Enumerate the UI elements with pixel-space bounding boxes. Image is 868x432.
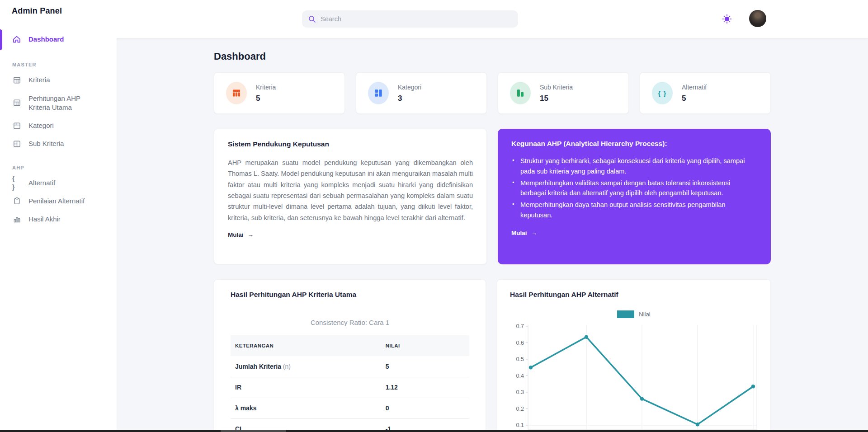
chart-legend: Nilai (510, 310, 758, 318)
table-row: IR 1.12 (231, 377, 469, 398)
kategori-layout-icon (368, 82, 389, 104)
row-label: Jumlah Kriteria (235, 363, 281, 370)
legend-swatch (617, 310, 634, 318)
page-title: Dashboard (214, 51, 771, 62)
legend-label: Nilai (639, 311, 650, 318)
consistency-ratio-table: KETERANGAN NILAI Jumlah Kriteria (n) 5 I… (231, 335, 469, 432)
sidebar-item-kriteria[interactable]: Kriteria (0, 71, 117, 89)
horizontal-scrollbar[interactable] (0, 430, 868, 432)
list-item: Memperhitungkan daya tahan output analis… (511, 200, 757, 221)
table-caption: Consistency Ratio: Cara 1 (231, 319, 469, 326)
list-item: Struktur yang berhirarki, sebagai konsek… (511, 156, 757, 177)
search-icon (308, 15, 316, 23)
table-icon (12, 75, 21, 85)
mulai-link-purple[interactable]: Mulai → (511, 230, 537, 236)
row-label: λ maks (235, 404, 256, 412)
stat-card-alternatif: { } Alternatif 5 (640, 72, 771, 114)
row-label: IR (235, 384, 241, 391)
stat-value: 15 (540, 94, 573, 103)
stat-value: 3 (398, 94, 421, 103)
sidebar-item-label: Sub Kriteria (28, 139, 64, 148)
sidebar-item-sub-kriteria[interactable]: Alternatif Sub Kriteria (0, 135, 117, 153)
sidebar-item-perhitungan-ahp-kriteria-utama[interactable]: Perhitungan AHP Kriteria Utama (0, 89, 104, 117)
braces-icon: { } (12, 178, 21, 188)
stat-card-sub-kriteria: Sub Kriteria 15 (498, 72, 629, 114)
stat-card-kriteria: Kriteria 5 (214, 72, 345, 114)
clipboard-icon (12, 197, 21, 206)
sidebar: Admin Panel Dashboard MASTER Kriteria Pe… (0, 0, 117, 430)
kriteria-table-icon (226, 82, 247, 104)
svg-text:0.4: 0.4 (516, 373, 524, 379)
table-row: λ maks 0 (231, 398, 469, 418)
ahp-kriteria-utama-card: Hasil Perhitungan AHP Kriteria Utama Con… (214, 279, 486, 432)
sidebar-item-dashboard[interactable]: Dashboard (0, 28, 117, 50)
sidebar-item-kategori[interactable]: Kategori (0, 117, 117, 135)
sidebar-item-label: Perhitungan AHP Kriteria Utama (28, 94, 96, 113)
arrow-right-icon: → (531, 230, 538, 236)
table-row: Jumlah Kriteria (n) 5 (231, 356, 469, 377)
stat-label: Kriteria (256, 84, 276, 91)
sidebar-item-label: Kriteria (28, 75, 50, 85)
sidebar-item-penilaian-alternatif[interactable]: Penilaian Alternatif (0, 192, 117, 210)
ahp-alternatif-chart-card: Hasil Perhitungan AHP Alternatif Nilai 0… (497, 279, 771, 432)
svg-text:0.2: 0.2 (516, 406, 524, 412)
row-value: 5 (381, 356, 469, 377)
sidebar-section-master: MASTER (12, 62, 117, 67)
home-icon (12, 35, 21, 44)
layout-icon (12, 121, 21, 130)
app-title: Admin Panel (12, 6, 117, 16)
svg-text:0.1: 0.1 (516, 422, 524, 428)
stat-card-kategori: Kategori 3 (356, 72, 487, 114)
top-header (0, 0, 868, 38)
row-value: 0 (381, 398, 469, 418)
row-label-suffix: (n) (281, 363, 291, 370)
line-chart: 0.70.60.50.40.30.20.1Alternatif1Alternat… (510, 321, 758, 432)
braces-icon: { } (652, 82, 673, 104)
column-header-nilai: NILAI (381, 335, 469, 356)
stat-label: Sub Kriteria (540, 84, 573, 91)
sidebar-item-label: Hasil Akhir (28, 215, 61, 224)
stat-value: 5 (682, 94, 707, 103)
column-header-keterangan: KETERANGAN (231, 335, 381, 356)
svg-text:0.3: 0.3 (516, 389, 524, 395)
table-icon (12, 99, 21, 108)
spk-info-card: Sistem Pendukung Keputusan AHP merupakan… (214, 129, 487, 264)
stat-label: Kategori (398, 84, 421, 91)
search-box[interactable] (302, 10, 518, 28)
sub-kriteria-bars-icon (510, 82, 531, 104)
chart-card-title: Hasil Perhitungan AHP Alternatif (510, 291, 758, 299)
main-content: Dashboard Kriteria 5 Kategori 3 (117, 38, 868, 430)
svg-text:0.6: 0.6 (516, 340, 524, 346)
stat-label: Alternatif (682, 84, 707, 91)
sidebar-item-label: Dashboard (28, 35, 64, 44)
search-input[interactable] (321, 15, 512, 23)
sidebar-item-label: Alternatif (28, 178, 55, 188)
sidebar-item-alternatif[interactable]: { } Alternatif (0, 174, 117, 192)
row-value: 1.12 (381, 377, 469, 398)
svg-text:0.7: 0.7 (516, 323, 524, 329)
sidebar-section-ahp: AHP (12, 165, 117, 170)
stat-value: 5 (256, 94, 276, 103)
bar-chart-icon (12, 215, 21, 224)
mulai-label: Mulai (511, 230, 527, 236)
kegunaan-ahp-card: Kegunaan AHP (Analytical Hierarchy Proce… (498, 129, 771, 264)
spk-card-body: AHP merupakan suatu model pendukung kepu… (228, 157, 473, 223)
user-avatar[interactable] (749, 10, 766, 27)
arrow-right-icon: → (248, 231, 254, 238)
mulai-label: Mulai (228, 231, 244, 238)
spk-card-title: Sistem Pendukung Keputusan (228, 140, 473, 148)
sidebar-item-label: Penilaian Alternatif (28, 197, 85, 206)
table-card-title: Hasil Perhitungan AHP Kriteria Utama (231, 291, 469, 299)
sidebar-item-hasil-akhir[interactable]: Hasil Akhir (0, 210, 117, 228)
mulai-link[interactable]: Mulai → (228, 231, 254, 238)
list-item: Memperhitungkan validitas sampai dengan … (511, 178, 757, 199)
sidebar-item-label: Kategori (28, 121, 54, 130)
kegunaan-ahp-list: Struktur yang berhirarki, sebagai konsek… (511, 156, 757, 221)
kegunaan-ahp-title: Kegunaan AHP (Analytical Hierarchy Proce… (511, 140, 757, 148)
svg-text:0.5: 0.5 (516, 356, 524, 362)
split-layout-icon (12, 139, 21, 148)
theme-toggle-sun-icon[interactable] (720, 12, 734, 26)
